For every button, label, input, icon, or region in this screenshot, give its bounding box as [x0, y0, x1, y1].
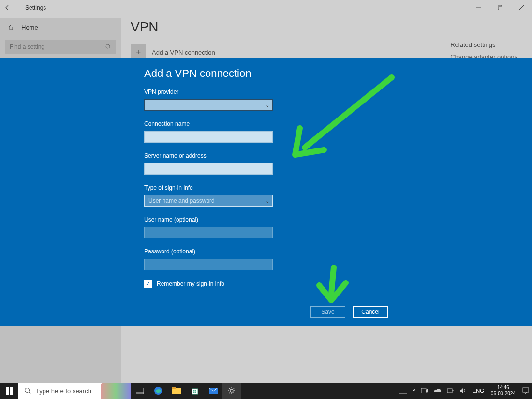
svg-rect-23	[399, 388, 407, 394]
remember-label: Remember my sign-in info	[157, 281, 224, 287]
svg-rect-20	[195, 392, 197, 394]
taskbar: Type here to search ^ ENG 14:46 06-03-20…	[0, 383, 532, 399]
time-text: 14:46	[491, 385, 516, 391]
password-group: Password (optional)	[144, 248, 532, 270]
edge-icon[interactable]	[149, 383, 167, 399]
svg-point-9	[25, 388, 30, 393]
connection-name-input[interactable]	[144, 131, 273, 143]
svg-point-5	[106, 44, 110, 48]
page-heading: VPN	[131, 19, 532, 35]
search-placeholder: Find a setting	[10, 44, 44, 50]
modal-title: Add a VPN connection	[144, 67, 532, 80]
svg-rect-11	[136, 388, 144, 394]
window-title: Settings	[25, 4, 46, 11]
tray-chevron-icon[interactable]: ^	[410, 388, 418, 394]
maximize-button[interactable]	[489, 0, 511, 15]
server-address-label: Server name or address	[144, 152, 532, 159]
svg-rect-18	[195, 390, 197, 392]
signin-type-label: Type of sign-in info	[144, 184, 532, 191]
connection-name-label: Connection name	[144, 120, 532, 127]
file-explorer-icon[interactable]	[167, 383, 186, 399]
network-icon[interactable]	[444, 388, 457, 394]
vpn-provider-dropdown[interactable]: ⌄	[144, 99, 273, 111]
svg-rect-25	[421, 388, 426, 393]
svg-rect-29	[523, 388, 529, 392]
signin-type-dropdown[interactable]: User name and password ⌄	[144, 195, 273, 207]
svg-rect-26	[447, 389, 452, 393]
start-button[interactable]	[0, 383, 18, 399]
taskbar-search-placeholder: Type here to search	[36, 387, 91, 395]
save-button[interactable]: Save	[310, 306, 345, 318]
connection-name-group: Connection name	[144, 120, 532, 143]
remember-checkbox-row[interactable]: ✓ Remember my sign-in info	[144, 280, 532, 288]
modal-buttons: Save Cancel	[310, 306, 388, 318]
store-icon[interactable]	[186, 383, 204, 399]
vpn-provider-label: VPN provider	[144, 89, 532, 95]
chevron-down-icon: ⌄	[266, 198, 269, 204]
svg-rect-16	[192, 389, 198, 394]
action-center-icon[interactable]	[519, 387, 532, 394]
cancel-button[interactable]: Cancel	[353, 306, 388, 318]
titlebar: Settings	[0, 0, 532, 15]
username-label: User name (optional)	[144, 216, 532, 223]
svg-point-22	[230, 389, 233, 392]
taskbar-pinned-apps	[131, 383, 241, 399]
password-label: Password (optional)	[144, 248, 532, 255]
vpn-provider-group: VPN provider ⌄	[144, 89, 532, 111]
svg-rect-15	[172, 387, 176, 389]
server-address-input[interactable]	[144, 163, 273, 175]
home-icon	[8, 24, 15, 30]
svg-rect-17	[193, 390, 195, 392]
signin-type-group: Type of sign-in info User name and passw…	[144, 184, 532, 207]
onedrive-icon[interactable]	[431, 388, 444, 393]
username-group: User name (optional)	[144, 216, 532, 238]
windows-logo-icon	[6, 387, 13, 395]
clock[interactable]: 14:46 06-03-2024	[487, 385, 519, 397]
language-indicator[interactable]: ENG	[470, 388, 487, 394]
svg-marker-28	[460, 388, 463, 394]
back-button[interactable]	[4, 4, 17, 11]
add-vpn-modal: Add a VPN connection VPN provider ⌄ Conn…	[0, 58, 532, 326]
settings-search[interactable]: Find a setting	[5, 40, 116, 54]
svg-rect-2	[499, 6, 502, 10]
password-input[interactable]	[144, 259, 273, 270]
meet-now-icon[interactable]	[418, 388, 431, 393]
touch-keyboard-icon[interactable]	[396, 388, 410, 394]
task-view-icon[interactable]	[131, 383, 149, 399]
date-text: 06-03-2024	[491, 391, 516, 397]
taskbar-search[interactable]: Type here to search	[18, 383, 131, 399]
volume-icon[interactable]	[457, 388, 470, 394]
close-button[interactable]	[511, 0, 532, 15]
window-controls	[468, 0, 532, 15]
home-nav-item[interactable]: Home	[0, 18, 121, 36]
search-decoration	[101, 383, 131, 399]
svg-line-10	[29, 392, 31, 394]
svg-line-6	[109, 48, 111, 49]
username-input[interactable]	[144, 227, 273, 238]
add-vpn-label: Add a VPN connection	[152, 49, 215, 56]
server-address-group: Server name or address	[144, 152, 532, 175]
chevron-down-icon: ⌄	[266, 103, 269, 108]
settings-taskbar-icon[interactable]	[222, 383, 241, 399]
mail-icon[interactable]	[204, 383, 222, 399]
system-tray: ^ ENG 14:46 06-03-2024	[396, 385, 532, 397]
search-icon	[24, 387, 31, 394]
home-label: Home	[21, 24, 38, 31]
svg-rect-19	[193, 392, 195, 394]
minimize-button[interactable]	[468, 0, 489, 15]
search-icon	[105, 44, 111, 50]
related-heading: Related settings	[450, 41, 517, 48]
checkbox-checked-icon: ✓	[144, 280, 152, 288]
